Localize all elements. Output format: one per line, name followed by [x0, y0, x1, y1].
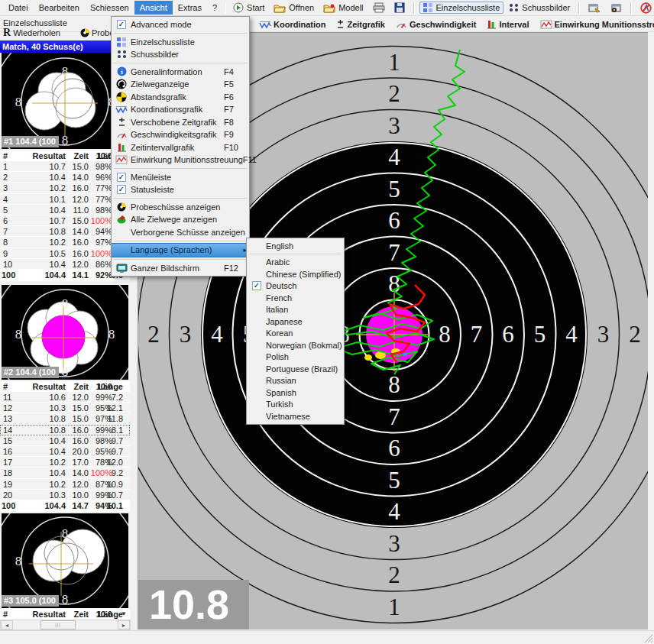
interval-button[interactable]: Interval — [481, 18, 534, 31]
menu-item-schussbilder[interactable]: Schussbilder — [112, 48, 249, 61]
language-item-korean[interactable]: Korean — [247, 328, 344, 340]
interval-icon — [487, 19, 497, 29]
menu-item-label: Verborgene Schüsse anzeigen — [129, 228, 247, 237]
distance-icon — [114, 92, 129, 102]
menu-item-zielweganzeige[interactable]: ZielweganzeigeF5 — [112, 78, 249, 91]
language-item-english[interactable]: English — [247, 240, 344, 252]
schussbilder-button[interactable]: Schussbilder — [505, 2, 574, 14]
printer-button[interactable] — [369, 1, 389, 15]
shot-row-14[interactable]: 1410.816.099%8.1 — [0, 425, 130, 435]
language-item-polish[interactable]: Polish — [247, 351, 344, 364]
menu-item-einzelschussliste[interactable]: Einzelschussliste — [112, 36, 249, 49]
koordination-button[interactable]: Koordination — [254, 18, 331, 31]
menu-extras[interactable]: Extras — [173, 1, 207, 15]
language-item-french[interactable]: French — [247, 292, 344, 304]
shot-table-2: #ResultatZeit10.0Länge1110.612.099%7.212… — [0, 381, 130, 512]
ffnen-button[interactable]: Öffnen — [270, 2, 318, 15]
menu-item-geschwindigkeitsgrafik[interactable]: GeschwindigkeitsgrafikF9 — [112, 128, 249, 141]
menu-help[interactable]: ? — [207, 1, 222, 15]
shot-group-thumbnail-1[interactable]: 8 8 8 8 #1 104.4 (100 — [2, 53, 128, 149]
menu-item-label: Italian — [264, 305, 342, 314]
language-item-japanese[interactable]: Japanese — [247, 316, 344, 328]
scrollbar-thumb[interactable]: ||| — [40, 620, 76, 629]
scrollbar-track[interactable]: ||| — [13, 620, 118, 629]
menu-item-koordinationsgrafik[interactable]: KoordinationsgrafikF7 — [112, 103, 249, 116]
language-item-turkish[interactable]: Turkish — [247, 399, 344, 411]
language-item-italian[interactable]: Italian — [247, 304, 344, 316]
language-item-deutsch[interactable]: ✓Deutsch — [247, 280, 344, 293]
start-button[interactable]: Start — [229, 1, 268, 15]
modell-button[interactable]: Modell — [319, 2, 367, 15]
menu-item-language-sprachen[interactable]: Language (Sprachen)▸ — [112, 243, 249, 257]
menu-item-einwirkung-munitionsstreuung[interactable]: Einwirkung MunitionsstreuungF11 — [112, 154, 249, 167]
window-target-button[interactable] — [606, 2, 626, 15]
horizontal-scrollbar[interactable]: ◄ ||| ► — [0, 620, 131, 630]
menu-shortcut: F7 — [224, 105, 247, 114]
menu-item-label: Spanish — [264, 388, 342, 397]
zeitgrafik-button[interactable]: Zeitgrafik — [331, 18, 390, 31]
table-cell: 77% — [96, 194, 112, 205]
shot-images-icon — [114, 50, 129, 59]
scroll-right-icon[interactable]: ► — [118, 620, 130, 629]
toolbar-button-label: Interval — [499, 20, 529, 29]
menu-item-ganzer-bildschirm[interactable]: Ganzer BildschirmF12 — [112, 262, 249, 275]
language-item-norwegian-bokmal[interactable]: Norwegian (Bokmal) — [247, 339, 344, 351]
shot-row-20[interactable]: 2010.310.099%10.7 — [0, 490, 130, 500]
menu-item-generalinformation[interactable]: iGeneralinformationF4 — [112, 66, 249, 79]
language-item-spanish[interactable]: Spanish — [247, 387, 344, 399]
language-item-vietnamese[interactable]: Vietnamese — [247, 410, 344, 422]
scroll-down-icon[interactable]: ▼ — [121, 610, 127, 617]
menu-item-men-leiste[interactable]: ✓Menüleiste — [112, 171, 249, 184]
language-item-chinese-simplified[interactable]: Chinese (Simplified) — [247, 268, 344, 280]
language-item-arabic[interactable]: Arabic — [247, 257, 344, 269]
no-entry-button[interactable] — [636, 1, 654, 15]
table-cell: 16.0 — [73, 435, 89, 446]
checkmark-icon: ✓ — [114, 20, 129, 29]
menu-item-probesch-sse-anzeigen[interactable]: Probeschüsse anzeigen — [112, 201, 249, 214]
no-entry-icon — [640, 2, 652, 14]
menu-item-alle-zielwege-anzeigen[interactable]: Alle Zielwege anzeigen — [112, 213, 249, 226]
table-cell: 12.0 — [73, 479, 89, 490]
toolbar-separator — [630, 2, 632, 14]
shot-group-thumbnail-2[interactable]: 8 8 8 8 #2 104.4 (100 — [2, 285, 128, 380]
language-item-russian[interactable]: Russian — [247, 375, 344, 387]
shot-row-12[interactable]: 1210.315.095%12.1 — [0, 403, 130, 413]
resize-grip-icon[interactable] — [643, 633, 653, 643]
menu-item-label: Einzelschussliste — [129, 37, 247, 47]
menu-ansicht[interactable]: Ansicht — [134, 1, 173, 15]
save-button[interactable] — [390, 1, 409, 15]
table-cell: 14.7 — [73, 500, 89, 511]
toolbar-separator — [413, 2, 415, 14]
language-item-portuguese-brazil[interactable]: Portuguese (Brazil) — [247, 363, 344, 375]
einzelschussliste-button[interactable]: Einzelschussliste — [419, 2, 504, 14]
menu-item-advanced-mode[interactable]: ✓Advanced mode — [112, 18, 249, 31]
table-cell: Zeit — [73, 381, 89, 392]
repeat-button[interactable]: R Wiederholen — [0, 27, 63, 39]
menu-item-verborgene-sch-sse-anzeigen[interactable]: Verborgene Schüsse anzeigen — [112, 226, 249, 239]
shot-row-13[interactable]: 1310.815.097%11.8 — [0, 413, 130, 424]
scroll-left-icon[interactable]: ◄ — [1, 620, 13, 629]
shot-row-18[interactable]: 1810.414.0100%9.2 — [0, 468, 130, 478]
export-window-button[interactable] — [584, 2, 604, 15]
menu-datei[interactable]: Datei — [3, 1, 34, 15]
shot-row-19[interactable]: 1910.212.087%10.9 — [0, 479, 130, 490]
shot-row-11[interactable]: 1110.612.099%7.2 — [0, 392, 130, 403]
menu-item-label: Schussbilder — [129, 50, 247, 59]
shot-row-17[interactable]: 1710.217.078%12.0 — [0, 457, 130, 468]
menu-schiessen[interactable]: Schiessen — [85, 1, 134, 15]
table-cell: 8.1 — [112, 425, 123, 435]
shot-group-thumbnail-3[interactable]: 8 8 8 #3 105.0 (100 — [2, 513, 128, 608]
table-cell: 100% — [91, 468, 112, 478]
einwirkung-munitionsstreuung-button[interactable]: Einwirkung Munitionsstreuung — [535, 18, 654, 31]
shot-row-15[interactable]: 1510.416.098%9.7 — [0, 435, 130, 446]
shot-row-16[interactable]: 1610.420.095%9.7 — [0, 446, 130, 457]
menu-item-verschobene-zeitgrafik[interactable]: Verschobene ZeitgrafikF8 — [112, 116, 249, 129]
menu-item-statusleiste[interactable]: ✓Statusleiste — [112, 183, 249, 196]
menu-item-label: Vietnamese — [264, 412, 342, 421]
table-cell: Resultat — [33, 381, 66, 392]
menu-bearbeiten[interactable]: Bearbeiten — [34, 1, 85, 15]
menu-item-zeitintervallgrafik[interactable]: ZeitintervallgrafikF10 — [112, 141, 249, 154]
geschwindigkeit-button[interactable]: Geschwindigkeit — [390, 18, 481, 31]
menu-item-abstandsgrafik[interactable]: AbstandsgrafikF6 — [112, 91, 249, 104]
table-header: #ResultatZeit10.0Länge — [0, 609, 130, 620]
